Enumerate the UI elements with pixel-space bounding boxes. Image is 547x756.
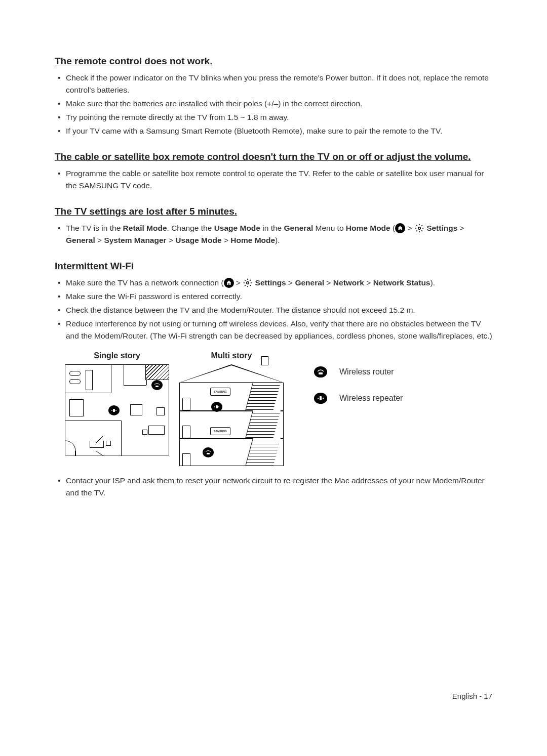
list-cable-remote: Programme the cable or satellite box rem… bbox=[55, 167, 492, 192]
diagram-title: Multi story bbox=[211, 351, 252, 360]
floorplan-multi: SAMSUNG SAMSUNG bbox=[179, 364, 284, 466]
list-item: If your TV came with a Samsung Smart Rem… bbox=[66, 125, 492, 137]
svg-rect-12 bbox=[207, 453, 210, 454]
text-bold: Home Mode bbox=[230, 236, 275, 244]
list-wifi-continued: Contact your ISP and ask them to reset y… bbox=[55, 475, 492, 499]
text: ). bbox=[431, 278, 435, 287]
list-settings-lost: The TV is in the Retail Mode. Change the… bbox=[55, 222, 492, 246]
diagram-multi-story: Multi story SAMSUNG SAMSUNG bbox=[179, 351, 284, 466]
text-bold: Network bbox=[333, 278, 364, 287]
legend-label: Wireless router bbox=[339, 367, 394, 376]
text: . Change the bbox=[167, 224, 214, 232]
separator: > bbox=[95, 236, 104, 244]
legend-row-router: Wireless router bbox=[314, 366, 403, 377]
roof bbox=[179, 364, 284, 383]
separator: > bbox=[222, 236, 231, 244]
tv-icon: SAMSUNG bbox=[210, 427, 230, 435]
text: ( bbox=[390, 224, 395, 232]
heading-settings-lost: The TV settings are lost after 5 minutes… bbox=[55, 206, 492, 217]
separator: > bbox=[324, 278, 333, 287]
legend-label: Wireless repeater bbox=[339, 394, 403, 403]
svg-point-5 bbox=[115, 410, 116, 411]
text-bold: Settings bbox=[426, 224, 457, 232]
separator: > bbox=[364, 278, 373, 287]
list-item: Reduce interference by not using or turn… bbox=[66, 318, 492, 342]
home-icon bbox=[224, 278, 234, 288]
text-bold: General bbox=[66, 236, 95, 244]
router-icon bbox=[314, 366, 327, 377]
heading-cable-remote: The cable or satellite box remote contro… bbox=[55, 151, 492, 162]
heading-remote-not-work: The remote control does not work. bbox=[55, 56, 492, 67]
svg-line-7 bbox=[96, 451, 103, 456]
svg-point-15 bbox=[318, 398, 319, 399]
repeater-icon bbox=[108, 405, 120, 415]
diagram-title: Single story bbox=[94, 351, 140, 360]
list-item: The TV is in the Retail Mode. Change the… bbox=[66, 222, 492, 246]
svg-point-0 bbox=[418, 227, 421, 230]
gear-icon bbox=[414, 223, 424, 233]
list-item: Check the distance between the TV and th… bbox=[66, 304, 492, 316]
tv-icon: SAMSUNG bbox=[210, 388, 230, 396]
text-bold: Usage Mode bbox=[214, 224, 260, 232]
svg-point-4 bbox=[111, 410, 112, 411]
list-item: Try pointing the remote directly at the … bbox=[66, 111, 492, 123]
text: in the bbox=[260, 224, 284, 232]
list-remote-not-work: Check if the power indicator on the TV b… bbox=[55, 72, 492, 137]
svg-rect-14 bbox=[320, 396, 322, 400]
list-item: Contact your ISP and ask them to reset y… bbox=[66, 475, 492, 499]
separator: > bbox=[167, 236, 176, 244]
svg-point-16 bbox=[323, 398, 324, 399]
gear-icon bbox=[243, 278, 253, 288]
text-bold: System Manager bbox=[104, 236, 166, 244]
legend-row-repeater: Wireless repeater bbox=[314, 393, 403, 404]
heading-wifi: Intermittent Wi-Fi bbox=[55, 261, 492, 272]
list-item: Make sure the TV has a network connectio… bbox=[66, 277, 492, 289]
svg-rect-9 bbox=[216, 405, 218, 408]
page-footer: English - 17 bbox=[452, 692, 492, 700]
svg-rect-2 bbox=[155, 386, 159, 387]
diagram-section: Single story bbox=[65, 351, 492, 466]
floorplan-single bbox=[65, 364, 169, 455]
separator: > bbox=[286, 278, 295, 287]
svg-point-11 bbox=[218, 406, 219, 407]
house-body: SAMSUNG SAMSUNG bbox=[179, 383, 284, 466]
svg-rect-3 bbox=[113, 409, 115, 412]
text-bold: Home Mode bbox=[346, 224, 390, 232]
text: Menu to bbox=[313, 224, 346, 232]
svg-point-1 bbox=[247, 282, 249, 284]
text: ). bbox=[275, 236, 280, 244]
svg-rect-13 bbox=[319, 372, 323, 374]
separator: > bbox=[457, 224, 464, 232]
diagram-single-story: Single story bbox=[65, 351, 169, 455]
separator: > bbox=[234, 278, 243, 287]
list-item: Programme the cable or satellite box rem… bbox=[66, 167, 492, 192]
text-bold: Usage Mode bbox=[175, 236, 221, 244]
text: Make sure the TV has a network connectio… bbox=[66, 278, 224, 287]
list-item: Make sure that the batteries are install… bbox=[66, 98, 492, 110]
router-icon bbox=[203, 447, 214, 457]
home-icon bbox=[395, 223, 405, 233]
router-icon bbox=[151, 380, 163, 390]
svg-point-10 bbox=[214, 406, 215, 407]
text-bold: Retail Mode bbox=[123, 224, 167, 232]
list-item: Make sure the Wi-Fi password is entered … bbox=[66, 290, 492, 303]
text: The TV is in the bbox=[66, 224, 123, 232]
text-bold: General bbox=[295, 278, 324, 287]
legend: Wireless router Wireless repeater bbox=[314, 366, 403, 404]
list-item: Check if the power indicator on the TV b… bbox=[66, 72, 492, 96]
separator: > bbox=[405, 224, 414, 232]
repeater-icon bbox=[314, 393, 327, 404]
text-bold: General bbox=[284, 224, 313, 232]
text-bold: Settings bbox=[255, 278, 286, 287]
list-wifi: Make sure the TV has a network connectio… bbox=[55, 277, 492, 342]
text-bold: Network Status bbox=[373, 278, 431, 287]
